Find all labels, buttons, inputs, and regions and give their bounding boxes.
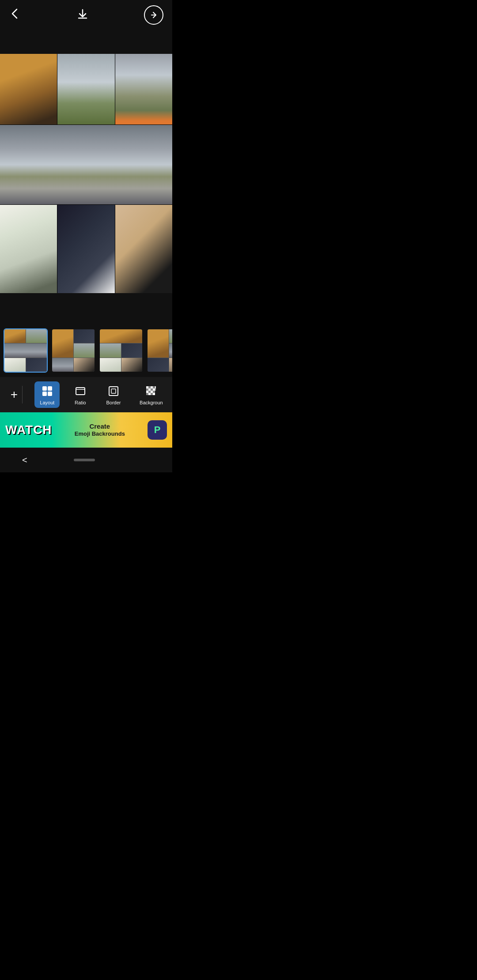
svg-rect-16: [155, 388, 156, 391]
photo-cityscape2[interactable]: [115, 54, 172, 124]
svg-rect-17: [146, 391, 148, 393]
background-icon: [144, 384, 158, 398]
download-button[interactable]: [76, 8, 89, 22]
nav-bar: <: [0, 448, 172, 472]
photo-joystick[interactable]: [115, 205, 172, 293]
ad-emoji-label: Emoji Backrounds: [75, 430, 125, 438]
svg-rect-6: [111, 389, 116, 393]
svg-rect-3: [48, 392, 52, 396]
svg-rect-7: [146, 386, 148, 388]
photo-dog[interactable]: [0, 54, 57, 124]
svg-rect-18: [148, 391, 151, 393]
nav-home-indicator[interactable]: [74, 459, 95, 461]
svg-rect-2: [42, 392, 47, 396]
collage-row-3: [0, 205, 172, 293]
svg-rect-13: [148, 388, 151, 391]
layout-thumb-3[interactable]: [99, 328, 143, 373]
svg-rect-22: [148, 393, 151, 395]
bottom-toolbar: + Layout Ratio: [0, 377, 172, 412]
svg-rect-11: [155, 386, 156, 388]
svg-rect-21: [146, 393, 148, 395]
svg-rect-4: [76, 388, 85, 395]
top-bar: [0, 0, 172, 30]
svg-rect-24: [153, 393, 155, 395]
ad-create-label: Create: [89, 422, 110, 431]
ad-middle: Create Emoji Backrounds: [75, 422, 125, 438]
next-button[interactable]: [144, 5, 163, 25]
layout-thumb-1[interactable]: [4, 328, 48, 373]
border-label: Border: [106, 400, 121, 405]
toolbar-background[interactable]: Backgroun: [134, 381, 168, 408]
ad-watch-text: WATCH: [5, 423, 52, 437]
back-button[interactable]: [9, 8, 21, 23]
toolbar-ratio[interactable]: Ratio: [68, 381, 93, 408]
svg-rect-5: [109, 387, 118, 396]
svg-rect-23: [151, 393, 153, 395]
svg-rect-15: [153, 388, 155, 391]
layout-thumb-2[interactable]: [51, 328, 95, 373]
ratio-icon: [73, 384, 87, 398]
svg-rect-12: [146, 388, 148, 391]
border-icon: [106, 384, 121, 398]
layout-strip: [0, 324, 172, 377]
toolbar-border[interactable]: Border: [101, 381, 126, 408]
svg-rect-14: [151, 388, 153, 391]
spacer-top: [0, 30, 172, 54]
photo-skyline[interactable]: [0, 125, 172, 204]
toolbar-divider: [22, 386, 23, 403]
collage-row-2: [0, 125, 172, 204]
collage-row-1: [0, 54, 172, 124]
background-label: Backgroun: [140, 400, 163, 405]
svg-rect-10: [153, 386, 155, 388]
layout-label: Layout: [40, 400, 54, 405]
svg-rect-0: [42, 386, 47, 391]
nav-back-button[interactable]: <: [22, 455, 27, 465]
add-button[interactable]: +: [6, 387, 22, 403]
toolbar-items: Layout Ratio Border: [30, 381, 172, 408]
layout-icon: [40, 384, 54, 398]
add-btn-wrap: +: [0, 386, 30, 403]
svg-rect-19: [151, 391, 153, 393]
photo-pixel[interactable]: [57, 205, 114, 293]
svg-rect-20: [153, 391, 155, 393]
svg-rect-8: [148, 386, 151, 388]
ad-logo: P: [148, 420, 167, 440]
svg-rect-9: [151, 386, 153, 388]
svg-rect-1: [48, 386, 52, 391]
toolbar-layout[interactable]: Layout: [34, 381, 60, 408]
ratio-label: Ratio: [75, 400, 86, 405]
layout-thumb-4[interactable]: [147, 328, 172, 373]
collage-area: [0, 54, 172, 293]
photo-flowers[interactable]: [0, 205, 57, 293]
spacer-mid: [0, 293, 172, 324]
ad-banner[interactable]: WATCH Create Emoji Backrounds P: [0, 412, 172, 448]
photo-cityscape1[interactable]: [57, 54, 114, 124]
